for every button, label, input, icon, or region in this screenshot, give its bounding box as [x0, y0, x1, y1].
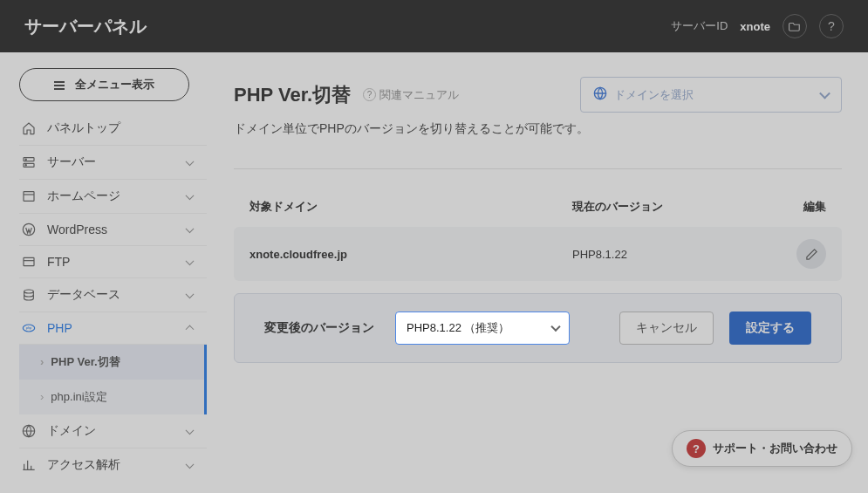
domain-select-placeholder: ドメインを選択: [614, 87, 694, 103]
all-menu-label: 全メニュー表示: [75, 78, 154, 91]
sidebar-item-label: ドメイン: [47, 423, 96, 439]
question-icon: ?: [363, 88, 376, 101]
manual-link[interactable]: ? 関連マニュアル: [363, 87, 459, 103]
server-icon: [21, 155, 37, 169]
sidebar-item-label: サーバー: [47, 154, 96, 170]
php-version-select[interactable]: PHP8.1.22 （推奨）: [395, 312, 570, 345]
sidebar-item-php[interactable]: phpPHP: [19, 312, 207, 345]
manual-link-label: 関連マニュアル: [379, 87, 459, 103]
edit-label: 変更後のバージョン: [264, 320, 374, 336]
sidebar-item-ftp[interactable]: FTP: [19, 246, 207, 278]
support-label: サポート・お問い合わせ: [713, 441, 837, 456]
svg-point-2: [25, 159, 26, 160]
sidebar-item-home[interactable]: パネルトップ: [19, 112, 207, 146]
edit-panel: 変更後のバージョン PHP8.1.22 （推奨） キャンセル 設定する: [234, 293, 842, 363]
sidebar-item-label: FTP: [47, 255, 70, 269]
sidebar-item-label: WordPress: [47, 223, 107, 236]
sidebar-item-db[interactable]: データベース: [19, 278, 207, 312]
page-head: PHP Ver.切替 ? 関連マニュアル ドメインを選択: [234, 77, 842, 113]
php-version-selected: PHP8.1.22 （推奨）: [407, 321, 510, 334]
domain-select[interactable]: ドメインを選択: [580, 77, 842, 113]
sidebar-subitem[interactable]: PHP Ver.切替: [19, 345, 204, 380]
sidebar-item-label: アクセス解析: [47, 457, 120, 473]
support-fab[interactable]: ? サポート・お問い合わせ: [672, 430, 852, 467]
ftp-icon: [21, 255, 37, 269]
cancel-button[interactable]: キャンセル: [619, 312, 714, 345]
chart-icon: [21, 458, 37, 472]
app-title: サーバーパネル: [24, 15, 147, 38]
svg-point-3: [25, 165, 26, 166]
sidebar-item-globe[interactable]: ドメイン: [19, 414, 207, 448]
app-header: サーバーパネル サーバーID xnote ?: [0, 0, 868, 52]
sidebar-subitem[interactable]: php.ini設定: [19, 380, 204, 414]
db-icon: [21, 288, 37, 302]
home-icon: [21, 121, 37, 135]
sidebar-item-wp[interactable]: WordPress: [19, 214, 207, 246]
sidebar-item-chart[interactable]: アクセス解析: [19, 448, 207, 482]
row-domain: xnote.cloudfree.jp: [249, 248, 572, 261]
svg-rect-4: [24, 192, 34, 202]
page-description: ドメイン単位でPHPのバージョンを切り替えることが可能です。: [234, 121, 842, 137]
sidebar: 全メニュー表示 パネルトップサーバーホームページWordPressFTPデータベ…: [0, 52, 208, 493]
col-domain-header: 対象ドメイン: [249, 199, 572, 215]
row-version: PHP8.1.22: [572, 248, 783, 261]
server-id-label: サーバーID: [671, 18, 728, 34]
col-edit-header: 編集: [783, 199, 826, 215]
svg-text:php: php: [26, 325, 32, 330]
header-right: サーバーID xnote ?: [671, 14, 844, 38]
support-icon: ?: [687, 439, 706, 458]
edit-button[interactable]: [796, 239, 826, 269]
sidebar-subnav-php: PHP Ver.切替php.ini設定: [19, 345, 207, 414]
page-title: PHP Ver.切替: [234, 82, 351, 108]
svg-rect-6: [24, 257, 34, 265]
help-icon[interactable]: ?: [819, 14, 844, 38]
svg-point-7: [24, 290, 34, 293]
table-header: 対象ドメイン 現在のバージョン 編集: [234, 187, 842, 227]
content: PHP Ver.切替 ? 関連マニュアル ドメインを選択 ドメイン単位でPHPの…: [208, 52, 868, 493]
sidebar-item-label: ホームページ: [47, 188, 120, 204]
globe-icon: [21, 424, 37, 438]
all-menu-button[interactable]: 全メニュー表示: [19, 68, 189, 101]
window-icon: [21, 189, 37, 203]
sidebar-item-label: データベース: [47, 287, 120, 303]
nav-list: パネルトップサーバーホームページWordPressFTPデータベースphpPHP…: [19, 112, 207, 482]
col-version-header: 現在のバージョン: [572, 199, 783, 215]
server-id-value: xnote: [740, 20, 770, 33]
globe-icon: [593, 86, 607, 103]
sidebar-item-label: パネルトップ: [47, 120, 120, 136]
hamburger-icon: [54, 79, 65, 92]
pencil-icon: [805, 248, 818, 261]
sidebar-item-window[interactable]: ホームページ: [19, 180, 207, 214]
php-icon: php: [21, 321, 37, 335]
submit-button[interactable]: 設定する: [729, 312, 811, 345]
sidebar-item-server[interactable]: サーバー: [19, 146, 207, 180]
sidebar-item-label: PHP: [47, 321, 72, 335]
divider: [234, 168, 842, 169]
wp-icon: [21, 223, 37, 236]
folder-icon[interactable]: [783, 14, 807, 38]
table-row: xnote.cloudfree.jp PHP8.1.22: [234, 227, 842, 281]
